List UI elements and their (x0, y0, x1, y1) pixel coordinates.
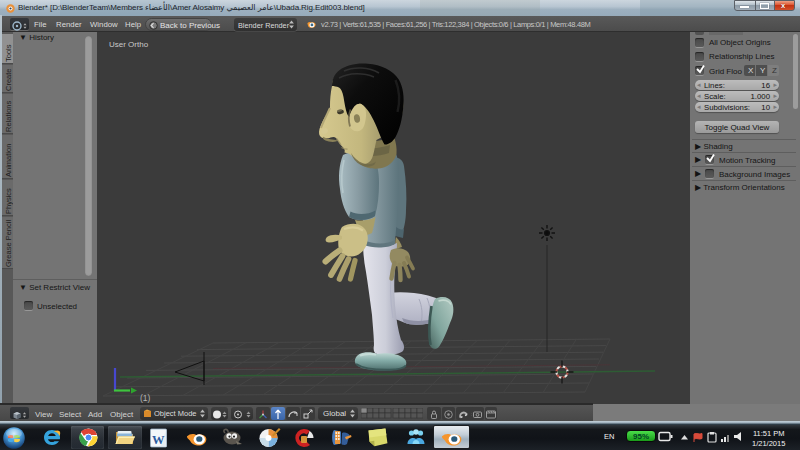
svg-text:W: W (152, 433, 165, 447)
svg-text:(1): (1) (140, 393, 151, 403)
